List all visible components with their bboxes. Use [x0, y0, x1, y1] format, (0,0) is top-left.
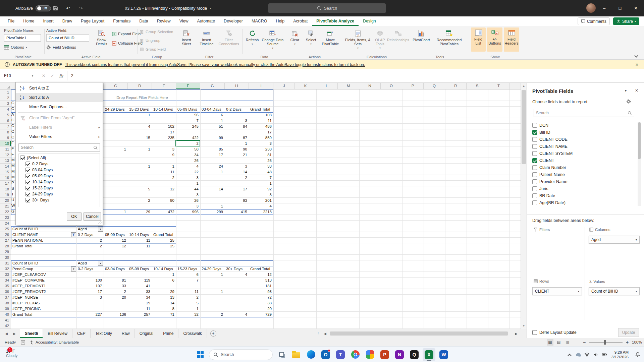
clear-button[interactable]: Clear ▾	[288, 28, 302, 46]
page-layout-view-button[interactable]: ▤	[555, 338, 562, 346]
grid-cell-E16[interactable]: 2	[152, 175, 176, 180]
grid-cell-D7[interactable]: 4	[128, 124, 152, 129]
grid-cell-C35[interactable]: 33	[104, 283, 127, 289]
columns-field-aged[interactable]: Aged ▾	[589, 236, 640, 244]
select-button[interactable]: Select ▾	[303, 28, 319, 46]
pivot3-row-label[interactable]: #CEP_FREMONT2	[11, 289, 76, 294]
start-button[interactable]	[194, 348, 207, 361]
column-header-J[interactable]: J	[273, 83, 295, 89]
filter-item-checkbox[interactable]	[25, 186, 30, 190]
grid-cell-G33[interactable]: 1	[200, 272, 224, 277]
grid-cell-D40[interactable]: 257	[128, 312, 152, 317]
scroll-up-arrow-icon[interactable]: ▲	[521, 83, 527, 89]
grid-cell-F5[interactable]: 96	[176, 112, 200, 118]
tab-scroll-right-icon[interactable]: ▶	[11, 329, 18, 338]
row-header-30[interactable]: 30	[0, 255, 11, 260]
undo-button[interactable]: ↶	[63, 0, 73, 16]
row-header-18[interactable]: 18	[0, 186, 11, 192]
update-button[interactable]: Update	[618, 328, 639, 337]
tab-scroll-left-icon[interactable]: ◀	[3, 329, 10, 338]
grid-cell-F14[interactable]: 4	[176, 164, 200, 169]
ribbon-tab-acrobat[interactable]: Acrobat	[289, 16, 312, 26]
filter-item-03-04-days[interactable]: 03-04 Days	[19, 167, 100, 173]
field-checkbox[interactable]	[532, 151, 537, 156]
pivot3-row-label[interactable]: #CEP_PRICING	[11, 306, 76, 311]
panel-options-chevron-icon[interactable]: ▾	[625, 89, 627, 93]
save-button[interactable]	[50, 0, 60, 16]
cancel-entry-icon[interactable]: ✕	[40, 69, 48, 82]
grid-cell-I9[interactable]: 859	[249, 135, 273, 140]
grid-cell-C22[interactable]: 1	[104, 209, 127, 215]
grid-cell-G9[interactable]: 99	[200, 135, 224, 140]
row-header-28[interactable]: 28	[0, 243, 11, 249]
grid-cell-F9[interactable]: 422	[176, 135, 200, 140]
collapse-field-button[interactable]: Collapse Field	[112, 40, 143, 47]
grid-cell-I12[interactable]: 81	[249, 152, 273, 158]
grid-cell-H33[interactable]: 4	[225, 272, 249, 277]
field-item-client-system[interactable]: CLIENT SYSTEM	[532, 150, 634, 157]
field-checkbox[interactable]	[532, 144, 537, 149]
ribbon-tab-design[interactable]: Design	[359, 16, 380, 26]
grid-cell-F22[interactable]: 996	[176, 209, 200, 215]
grid-cell-D20[interactable]: 2	[128, 198, 152, 203]
row-header-10[interactable]: 10	[0, 141, 11, 146]
fields-items-sets-button[interactable]: fx Fields, Items, & Sets ▾	[345, 28, 371, 50]
grid-cell-H7[interactable]: 84	[225, 124, 249, 129]
grid-cell-E39[interactable]: 8	[152, 306, 176, 311]
field-list-toggle[interactable]: Field List	[471, 27, 486, 52]
panel-close-icon[interactable]: ✕	[635, 88, 638, 93]
grid-cell-H6[interactable]: 3	[225, 118, 249, 123]
horizontal-scroll-thumb[interactable]	[330, 331, 508, 336]
pivot3-row-label[interactable]: Grand Total	[11, 312, 76, 317]
menu-clear-filter[interactable]: Clear Filter From "Aged"	[16, 113, 103, 123]
grid-cell-E8[interactable]: 17	[152, 129, 176, 135]
grid-cell-E34[interactable]: 6	[152, 278, 176, 283]
edge-icon[interactable]	[305, 348, 317, 361]
grid-cell-E40[interactable]: 71	[152, 312, 176, 317]
ribbon-tab-formulas[interactable]: Formulas	[109, 16, 135, 26]
grid-cell-D36[interactable]: 33	[128, 289, 152, 294]
filter-item-10-14-days[interactable]: 10-14 Days	[19, 179, 100, 185]
ribbon-tab-macro[interactable]: MACRO	[247, 16, 272, 26]
grid-cell-E9[interactable]: 235	[152, 135, 176, 140]
ribbon-tab-automate[interactable]: Automate	[193, 16, 220, 26]
pivot3-row-label[interactable]: #CEP_NURSE	[11, 295, 76, 300]
grid-cell-I15[interactable]: 48	[249, 169, 273, 175]
grid-cell-D22[interactable]: 29	[128, 209, 152, 215]
grid-cell-C40[interactable]: 136	[104, 312, 127, 317]
grid-cell-E38[interactable]: 14	[152, 300, 176, 306]
field-item-br-date[interactable]: BR Date	[532, 192, 634, 199]
grid-cell-D37[interactable]: 34	[128, 295, 152, 300]
filter-item-checkbox[interactable]	[25, 192, 30, 196]
grid-cell-C34[interactable]: 81	[104, 278, 127, 283]
row-header-4[interactable]: 4	[0, 107, 11, 112]
column-header-C[interactable]: C	[104, 83, 128, 89]
cancel-button[interactable]: Cancel	[84, 213, 101, 221]
grid-cell-B37[interactable]: 3	[76, 295, 103, 300]
values-field-count[interactable]: Count of Bill ID ▾	[589, 287, 640, 295]
column-header-S[interactable]: S	[467, 83, 488, 89]
pivot2-title[interactable]: Count of Bill ID	[11, 226, 76, 232]
insert-slicer-button[interactable]: Insert Slicer	[178, 28, 195, 46]
row-header-25[interactable]: 25	[0, 226, 11, 232]
grid-cell-D39[interactable]: 11	[128, 306, 152, 311]
pivot1-col-header-G[interactable]: 03-04 Days	[200, 107, 224, 112]
select-all-corner[interactable]	[0, 83, 11, 89]
normal-view-button[interactable]: ▦	[547, 338, 553, 346]
filter-search-input[interactable]: Search	[18, 143, 100, 152]
grid-cell-G36[interactable]: 1	[200, 289, 224, 294]
column-header-M[interactable]: M	[338, 83, 359, 89]
column-header-G[interactable]: G	[200, 83, 225, 89]
column-header-I[interactable]: I	[249, 83, 273, 89]
vertical-scrollbar[interactable]: ▲ ▼	[521, 83, 527, 329]
column-header-N[interactable]: N	[359, 83, 381, 89]
grid-cell-H15[interactable]: 14	[225, 169, 249, 175]
grid-cell-F15[interactable]: 22	[176, 169, 200, 175]
panel-gear-icon[interactable]	[626, 99, 631, 104]
grid-cell-E15[interactable]: 11	[152, 169, 176, 175]
pivot1-col-header-D[interactable]: 15-23 Days	[128, 107, 152, 112]
sheet-tab-raw[interactable]: Raw	[117, 329, 135, 338]
ribbon-tab-developer[interactable]: Developer	[219, 16, 247, 26]
field-item-client-name[interactable]: CLIENT NAME	[532, 143, 634, 150]
title-chevron-icon[interactable]: ▾	[210, 7, 211, 10]
